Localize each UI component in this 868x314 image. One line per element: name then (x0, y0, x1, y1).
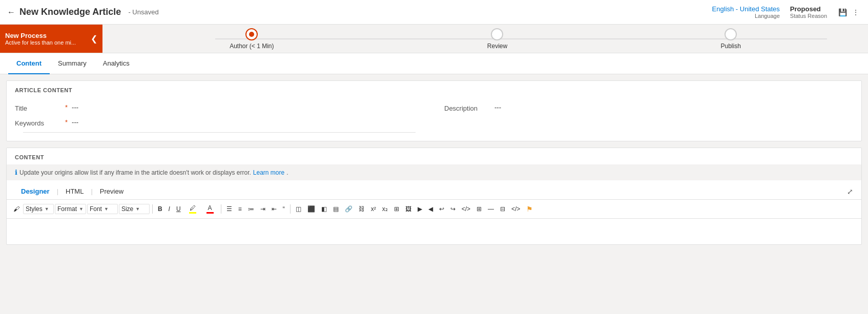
language-link[interactable]: English - United States Language (712, 5, 780, 19)
format-chevron: ▼ (79, 206, 84, 212)
format-label: Format (57, 205, 77, 213)
step-label-review: Review (487, 43, 507, 50)
collapse-arrow[interactable]: ❮ (91, 34, 97, 44)
toolbar-underline-btn[interactable]: U (174, 204, 183, 214)
toolbar-subscript-btn[interactable]: x₂ (380, 204, 390, 214)
info-bar: ℹ Update your origins allow list if any … (7, 164, 861, 180)
tab-content[interactable]: Content (8, 53, 50, 74)
toolbar-flag-btn[interactable]: ⚑ (524, 203, 535, 215)
toolbar-format-select[interactable]: Format ▼ (55, 204, 86, 214)
highlight-color-bar (189, 212, 196, 214)
step-label-publish: Publish (720, 43, 740, 50)
separator-1 (152, 204, 153, 214)
toolbar-styles-select[interactable]: Styles ▼ (23, 204, 54, 214)
toolbar-list-btn[interactable]: ≔ (245, 204, 257, 214)
step-circle-review (491, 28, 503, 40)
page-title: New Knowledge Article (19, 7, 121, 17)
font-label: Font (90, 205, 102, 213)
status-section: Proposed Status Reason (790, 5, 827, 19)
step-circle-publish (725, 28, 737, 40)
keywords-value[interactable]: --- (72, 118, 78, 126)
toolbar-media-btn[interactable]: ▶ (415, 204, 425, 214)
fields-grid: Title * --- Keywords * --- Description -… (7, 96, 861, 141)
tab-analytics[interactable]: Analytics (95, 53, 138, 74)
toolbar-unlink-btn[interactable]: ⛓ (356, 204, 367, 214)
more-options-icon[interactable]: ⋮ (851, 7, 861, 17)
highlight-icon: 🖊 (190, 204, 196, 212)
expand-icon[interactable]: ⤢ (847, 187, 853, 196)
new-process-title: New Process (5, 32, 76, 39)
header-left: ← New Knowledge Article - Unsaved (7, 7, 159, 17)
separator-2 (221, 204, 221, 214)
toolbar-align-left-btn[interactable]: ☰ (224, 204, 235, 214)
toolbar-outdent-btn[interactable]: ⇤ (269, 204, 279, 214)
toolbar-justify-btn[interactable]: ▤ (330, 204, 341, 214)
toolbar-align-center-btn[interactable]: ≡ (236, 204, 244, 214)
content-editor-card: CONTENT ℹ Update your origins allow list… (6, 148, 862, 245)
toolbar-font-select[interactable]: Font ▼ (87, 204, 118, 214)
header-icons: 💾 ⋮ (837, 7, 861, 17)
styles-chevron: ▼ (45, 206, 49, 212)
title-value[interactable]: --- (72, 103, 78, 111)
language-value: English - United States (712, 5, 780, 13)
tab-divider-2: | (90, 183, 93, 199)
highlight-color-indicator: 🖊 (187, 203, 198, 215)
toolbar-font-color-btn[interactable]: A (202, 202, 218, 216)
toolbar-bold-btn[interactable]: B (155, 204, 165, 214)
toolbar-image-btn[interactable]: 🖼 (403, 204, 414, 214)
right-fields: Description --- (444, 100, 853, 133)
title-field-row: Title * --- (15, 100, 424, 115)
tab-summary[interactable]: Summary (50, 53, 95, 74)
toolbar-template-btn[interactable]: ⊟ (498, 204, 508, 214)
field-divider (23, 132, 416, 133)
editor-tab-preview[interactable]: Preview (94, 183, 130, 199)
toolbar-hr-btn[interactable]: ― (485, 204, 497, 214)
toolbar-source-btn[interactable]: </> (459, 204, 473, 214)
toolbar-align-center2-btn[interactable]: ⬛ (305, 204, 318, 214)
toolbar-redo-btn[interactable]: ↪ (448, 204, 458, 214)
keywords-required: * (65, 118, 68, 126)
keywords-field-row: Keywords * --- (15, 115, 424, 130)
toolbar-media2-btn[interactable]: ◀ (426, 204, 436, 214)
toolbar-table-btn[interactable]: ⊞ (474, 204, 484, 214)
save-icon[interactable]: 💾 (837, 7, 848, 17)
toolbar-code-btn[interactable]: </> (509, 204, 523, 214)
unsaved-label: - Unsaved (128, 8, 158, 16)
size-chevron: ▼ (135, 206, 140, 212)
toolbar-paintbrush-btn[interactable]: 🖌 (11, 204, 22, 214)
toolbar-superscript-btn[interactable]: x² (368, 204, 379, 214)
new-process-text: New Process Active for less than one mi.… (5, 32, 76, 46)
article-content-title: ARTICLE CONTENT (7, 81, 861, 96)
toolbar-undo-btn[interactable]: ↩ (437, 204, 447, 214)
toolbar-italic-btn[interactable]: I (166, 204, 173, 214)
toolbar-quote-btn[interactable]: “ (280, 204, 287, 214)
description-field-row: Description --- (444, 100, 853, 115)
process-step-publish: Publish (720, 28, 740, 50)
toolbar-size-select[interactable]: Size ▼ (119, 204, 150, 214)
new-process-label: New Process Active for less than one mi.… (0, 25, 102, 53)
editor-tab-html[interactable]: HTML (59, 183, 90, 199)
language-label: Language (755, 13, 780, 19)
toolbar-special-char-btn[interactable]: ⊞ (391, 204, 402, 214)
toolbar-align-left2-btn[interactable]: ◫ (293, 204, 304, 214)
toolbar-link-btn[interactable]: 🔗 (342, 204, 355, 214)
process-steps: Author (< 1 Min) Review Publish (102, 25, 868, 53)
info-suffix: . (286, 169, 288, 176)
toolbar-highlight-btn[interactable]: 🖊 (184, 202, 201, 216)
toolbar-align-right2-btn[interactable]: ◧ (319, 204, 329, 214)
editor-tab-designer[interactable]: Designer (15, 183, 56, 199)
title-required: * (65, 103, 68, 111)
editor-tabs: Designer | HTML | Preview ⤢ (7, 183, 861, 200)
header-right: English - United States Language Propose… (712, 5, 861, 19)
description-value[interactable]: --- (494, 103, 501, 111)
font-color-bar (206, 212, 214, 214)
status-label: Status Reason (790, 13, 827, 19)
process-bar: New Process Active for less than one mi.… (0, 25, 868, 53)
back-button[interactable]: ← (7, 8, 15, 17)
learn-more-link[interactable]: Learn more (253, 169, 284, 176)
editor-body[interactable] (7, 219, 861, 244)
status-value: Proposed (790, 5, 821, 13)
toolbar-indent-btn[interactable]: ⇥ (258, 204, 268, 214)
step-circle-author (245, 28, 258, 40)
article-content-card: ARTICLE CONTENT Title * --- Keywords * -… (6, 80, 862, 141)
